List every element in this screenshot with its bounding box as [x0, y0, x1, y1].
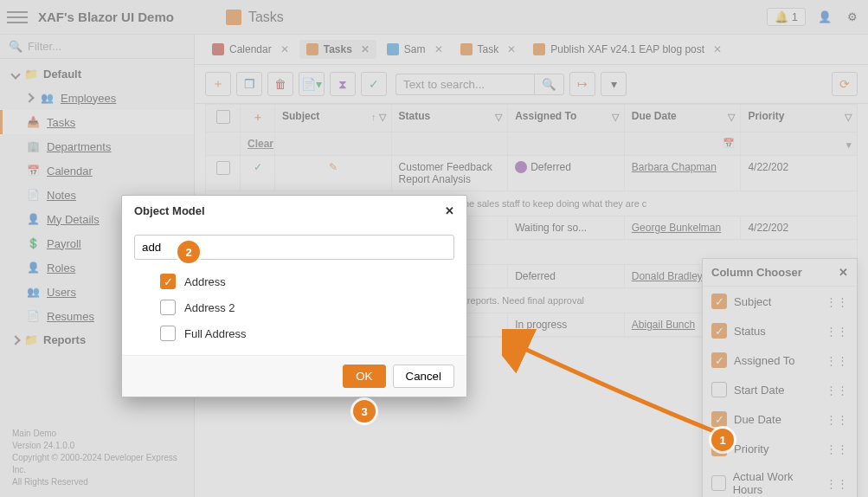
checkbox-icon[interactable]	[160, 326, 176, 341]
ok-button[interactable]: OK	[343, 365, 385, 388]
annotation-badge-2: 2	[177, 241, 200, 263]
dialog-title: Object Model	[134, 204, 205, 217]
field-option[interactable]: ✓Address	[134, 268, 454, 294]
annotation-badge-3: 3	[353, 400, 376, 423]
field-option[interactable]: Address 2	[134, 294, 454, 320]
checkbox-icon[interactable]: ✓	[160, 274, 176, 289]
close-icon[interactable]: ✕	[445, 204, 454, 217]
annotation-badge-1: 1	[711, 429, 734, 451]
checkbox-icon[interactable]	[160, 300, 176, 315]
cancel-button[interactable]: Cancel	[393, 365, 455, 388]
object-model-dialog: Object Model ✕ ✓Address Address 2 Full A…	[121, 195, 467, 397]
field-option[interactable]: Full Address	[134, 320, 454, 346]
